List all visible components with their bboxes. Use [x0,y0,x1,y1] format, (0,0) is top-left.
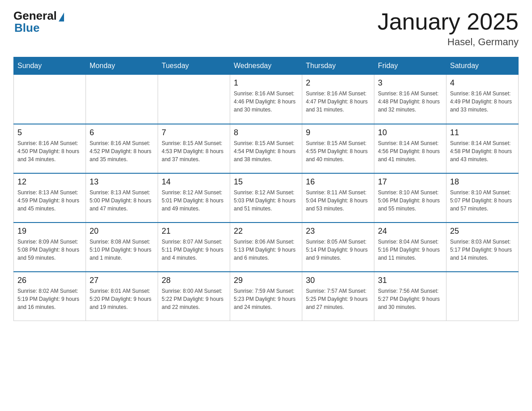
calendar-cell: 3Sunrise: 8:16 AM Sunset: 4:48 PM Daylig… [374,75,446,124]
day-number: 11 [450,128,515,137]
calendar-cell: 9Sunrise: 8:15 AM Sunset: 4:55 PM Daylig… [302,124,374,173]
day-number: 5 [17,128,82,137]
day-number: 7 [162,128,226,137]
day-info: Sunrise: 8:02 AM Sunset: 5:19 PM Dayligh… [17,287,82,311]
calendar-cell [446,272,519,321]
day-number: 6 [90,128,154,137]
calendar-cell: 30Sunrise: 7:57 AM Sunset: 5:25 PM Dayli… [302,272,374,321]
day-info: Sunrise: 7:57 AM Sunset: 5:25 PM Dayligh… [306,287,370,311]
day-info: Sunrise: 8:12 AM Sunset: 5:01 PM Dayligh… [162,188,226,213]
calendar-cell: 29Sunrise: 7:59 AM Sunset: 5:23 PM Dayli… [230,272,302,321]
calendar-cell: 31Sunrise: 7:56 AM Sunset: 5:27 PM Dayli… [374,272,446,321]
day-info: Sunrise: 7:59 AM Sunset: 5:23 PM Dayligh… [234,287,298,311]
logo-blue: Blue [13,21,39,35]
title-section: January 2025 Hasel, Germany [378,9,519,48]
day-number: 24 [378,227,442,236]
calendar-table: SundayMondayTuesdayWednesdayThursdayFrid… [13,57,519,321]
calendar-header-friday: Friday [374,57,446,75]
calendar-cell: 23Sunrise: 8:05 AM Sunset: 5:14 PM Dayli… [302,223,374,272]
day-info: Sunrise: 8:09 AM Sunset: 5:08 PM Dayligh… [17,238,82,262]
day-number: 14 [162,177,226,187]
day-info: Sunrise: 8:05 AM Sunset: 5:14 PM Dayligh… [306,238,370,262]
day-number: 29 [234,276,298,285]
day-number: 8 [234,128,298,137]
calendar-week-row: 26Sunrise: 8:02 AM Sunset: 5:19 PM Dayli… [14,272,519,321]
calendar-cell [158,75,230,124]
day-number: 10 [378,128,442,137]
calendar-header-saturday: Saturday [446,57,519,75]
day-info: Sunrise: 8:16 AM Sunset: 4:48 PM Dayligh… [378,90,442,114]
day-number: 31 [378,276,442,285]
day-number: 4 [450,78,515,88]
day-info: Sunrise: 8:10 AM Sunset: 5:06 PM Dayligh… [378,188,442,213]
day-number: 21 [162,227,226,236]
calendar-cell: 24Sunrise: 8:04 AM Sunset: 5:16 PM Dayli… [374,223,446,272]
calendar-header-thursday: Thursday [302,57,374,75]
calendar-header-sunday: Sunday [14,57,86,75]
day-info: Sunrise: 8:10 AM Sunset: 5:07 PM Dayligh… [450,188,515,213]
calendar-cell: 12Sunrise: 8:13 AM Sunset: 4:59 PM Dayli… [14,173,86,223]
calendar-cell: 11Sunrise: 8:14 AM Sunset: 4:58 PM Dayli… [446,124,519,173]
day-number: 12 [17,177,82,187]
calendar-cell: 28Sunrise: 8:00 AM Sunset: 5:22 PM Dayli… [158,272,230,321]
calendar-cell: 7Sunrise: 8:15 AM Sunset: 4:53 PM Daylig… [158,124,230,173]
calendar-cell: 1Sunrise: 8:16 AM Sunset: 4:46 PM Daylig… [230,75,302,124]
day-info: Sunrise: 8:07 AM Sunset: 5:11 PM Dayligh… [162,238,226,262]
calendar-header-tuesday: Tuesday [158,57,230,75]
calendar-header-wednesday: Wednesday [230,57,302,75]
day-info: Sunrise: 8:03 AM Sunset: 5:17 PM Dayligh… [450,238,515,262]
calendar-cell: 17Sunrise: 8:10 AM Sunset: 5:06 PM Dayli… [374,173,446,223]
page-header: General Blue January 2025 Hasel, Germany [13,9,519,48]
day-number: 26 [17,276,82,285]
day-info: Sunrise: 8:13 AM Sunset: 5:00 PM Dayligh… [90,188,154,213]
logo: General Blue [13,9,64,35]
day-info: Sunrise: 8:16 AM Sunset: 4:49 PM Dayligh… [450,90,515,114]
calendar-cell: 15Sunrise: 8:12 AM Sunset: 5:03 PM Dayli… [230,173,302,223]
calendar-cell: 27Sunrise: 8:01 AM Sunset: 5:20 PM Dayli… [86,272,158,321]
day-number: 16 [306,177,370,187]
logo-triangle-icon [59,13,64,21]
calendar-cell: 8Sunrise: 8:15 AM Sunset: 4:54 PM Daylig… [230,124,302,173]
day-number: 27 [90,276,154,285]
day-info: Sunrise: 8:15 AM Sunset: 4:55 PM Dayligh… [306,139,370,163]
day-number: 9 [306,128,370,137]
day-info: Sunrise: 8:04 AM Sunset: 5:16 PM Dayligh… [378,238,442,262]
day-number: 23 [306,227,370,236]
location: Hasel, Germany [378,36,519,48]
calendar-cell: 18Sunrise: 8:10 AM Sunset: 5:07 PM Dayli… [446,173,519,223]
calendar-header-monday: Monday [86,57,158,75]
calendar-cell: 20Sunrise: 8:08 AM Sunset: 5:10 PM Dayli… [86,223,158,272]
day-info: Sunrise: 8:00 AM Sunset: 5:22 PM Dayligh… [162,287,226,311]
calendar-cell: 26Sunrise: 8:02 AM Sunset: 5:19 PM Dayli… [14,272,86,321]
day-info: Sunrise: 8:08 AM Sunset: 5:10 PM Dayligh… [90,238,154,262]
day-number: 15 [234,177,298,187]
day-info: Sunrise: 8:16 AM Sunset: 4:52 PM Dayligh… [90,139,154,163]
day-number: 13 [90,177,154,187]
day-number: 18 [450,177,515,187]
day-number: 30 [306,276,370,285]
day-number: 28 [162,276,226,285]
calendar-cell: 22Sunrise: 8:06 AM Sunset: 5:13 PM Dayli… [230,223,302,272]
calendar-cell: 5Sunrise: 8:16 AM Sunset: 4:50 PM Daylig… [14,124,86,173]
calendar-cell: 21Sunrise: 8:07 AM Sunset: 5:11 PM Dayli… [158,223,230,272]
day-info: Sunrise: 8:16 AM Sunset: 4:47 PM Dayligh… [306,90,370,114]
day-number: 1 [234,78,298,88]
day-number: 22 [234,227,298,236]
day-info: Sunrise: 8:16 AM Sunset: 4:50 PM Dayligh… [17,139,82,163]
day-number: 3 [378,78,442,88]
day-number: 17 [378,177,442,187]
day-info: Sunrise: 8:11 AM Sunset: 5:04 PM Dayligh… [306,188,370,213]
day-info: Sunrise: 8:01 AM Sunset: 5:20 PM Dayligh… [90,287,154,311]
day-info: Sunrise: 8:16 AM Sunset: 4:46 PM Dayligh… [234,90,298,114]
calendar-cell: 16Sunrise: 8:11 AM Sunset: 5:04 PM Dayli… [302,173,374,223]
day-info: Sunrise: 8:14 AM Sunset: 4:58 PM Dayligh… [450,139,515,163]
calendar-week-row: 1Sunrise: 8:16 AM Sunset: 4:46 PM Daylig… [14,75,519,124]
day-info: Sunrise: 8:15 AM Sunset: 4:54 PM Dayligh… [234,139,298,163]
calendar-header-row: SundayMondayTuesdayWednesdayThursdayFrid… [14,57,519,75]
day-info: Sunrise: 7:56 AM Sunset: 5:27 PM Dayligh… [378,287,442,311]
calendar-week-row: 19Sunrise: 8:09 AM Sunset: 5:08 PM Dayli… [14,223,519,272]
calendar-cell: 14Sunrise: 8:12 AM Sunset: 5:01 PM Dayli… [158,173,230,223]
calendar-cell: 6Sunrise: 8:16 AM Sunset: 4:52 PM Daylig… [86,124,158,173]
calendar-cell: 19Sunrise: 8:09 AM Sunset: 5:08 PM Dayli… [14,223,86,272]
calendar-week-row: 12Sunrise: 8:13 AM Sunset: 4:59 PM Dayli… [14,173,519,223]
